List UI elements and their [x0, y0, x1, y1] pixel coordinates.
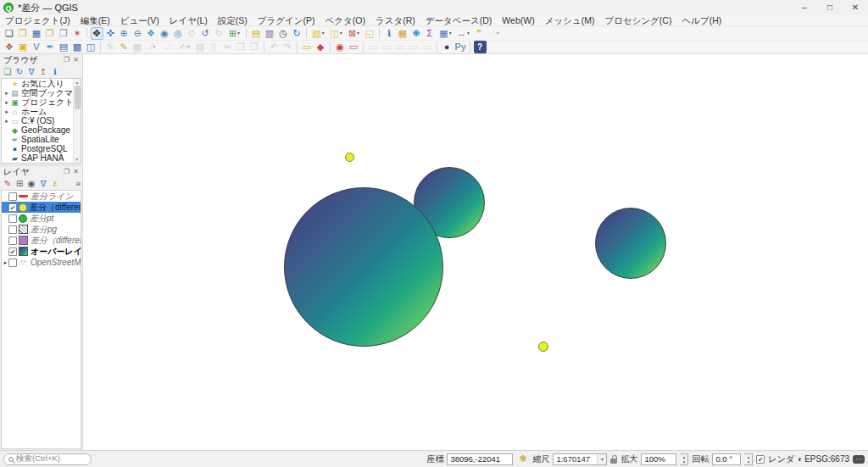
- refresh-map-icon[interactable]: ↻: [291, 27, 303, 40]
- layer-row-pg[interactable]: 差分pg: [2, 224, 81, 235]
- select-by-form-icon[interactable]: ◫▾: [328, 27, 345, 40]
- layer-visibility-checkbox[interactable]: [8, 236, 17, 245]
- menu-raster[interactable]: ラスタ(R): [370, 15, 420, 26]
- layer-row-pt[interactable]: 差分pt: [2, 213, 81, 224]
- zoom-out-icon[interactable]: ⊖: [131, 27, 144, 40]
- add-spatialite-layer-icon[interactable]: ✒: [44, 41, 57, 53]
- zoom-next-icon[interactable]: ↻: [213, 27, 225, 40]
- layer-row-line[interactable]: 差分ライン: [2, 191, 81, 202]
- zoom-full-icon[interactable]: ❖: [145, 27, 158, 40]
- cut-features-icon[interactable]: ✂: [221, 41, 234, 53]
- open-layer-styling-icon[interactable]: ✎: [3, 178, 14, 189]
- save-layer-edits-icon[interactable]: ▦: [131, 41, 144, 53]
- style-manager-icon[interactable]: ✶: [71, 27, 84, 40]
- layer-visibility-checkbox[interactable]: [8, 225, 17, 234]
- browser-scrollbar[interactable]: ▲ ▼: [73, 79, 81, 163]
- browser-item-sap-hana[interactable]: ▰SAP HANA: [2, 153, 81, 163]
- browser-item-favorites[interactable]: ★お気に入り: [2, 79, 81, 88]
- menu-mesh[interactable]: メッシュ(M): [540, 15, 600, 26]
- rotation-input[interactable]: [712, 453, 741, 465]
- browser-item-geopackage[interactable]: ◆GeoPackage: [2, 125, 81, 135]
- layer-diagram-icon[interactable]: ◆: [314, 41, 327, 53]
- current-edits-icon[interactable]: ✎: [104, 41, 117, 53]
- browser-item-project-home[interactable]: ▸▣プロジェクトホーム: [2, 97, 81, 107]
- undo-icon[interactable]: ↶: [268, 41, 281, 53]
- spin-down-icon[interactable]: ▾: [744, 459, 752, 465]
- browser-item-drive-c[interactable]: ▸▭C:¥ (OS): [2, 116, 81, 125]
- crs-button[interactable]: ◐ EPSG:6673: [798, 454, 849, 464]
- browser-item-spatial-bookmarks[interactable]: ▸▤空間ブックマーク: [2, 88, 81, 97]
- new-print-layout-icon[interactable]: ❐: [44, 27, 57, 40]
- expander-icon[interactable]: ▸: [3, 108, 10, 115]
- float-panel-icon[interactable]: ❐: [62, 168, 71, 175]
- zoom-native-icon[interactable]: ⊙: [186, 27, 198, 40]
- rotation-spinner[interactable]: ▴▾: [744, 453, 753, 465]
- zoom-in-icon[interactable]: ⊕: [118, 27, 131, 40]
- render-checkbox[interactable]: ✔: [756, 455, 765, 464]
- attribute-table-icon[interactable]: ▦▾: [437, 27, 454, 40]
- browser-item-spatialite[interactable]: ✒SpatiaLite: [2, 135, 81, 144]
- zoom-to-selection-icon[interactable]: ◉: [159, 27, 171, 40]
- add-feature-icon[interactable]: ∴: [163, 41, 175, 53]
- highlight-pinned-labels-icon[interactable]: ▭: [348, 41, 360, 53]
- select-by-value-icon[interactable]: ◱: [364, 27, 376, 40]
- menu-view[interactable]: ビュー(V): [115, 15, 164, 26]
- deselect-features-icon[interactable]: ⊠▾: [346, 27, 363, 40]
- diagram-options-icon[interactable]: ▭: [421, 41, 434, 53]
- pin-labels-icon[interactable]: ◉: [334, 41, 347, 53]
- magnifier-spinner[interactable]: ▴▾: [680, 453, 688, 465]
- layer-visibility-checkbox[interactable]: [8, 259, 17, 267]
- menu-vector[interactable]: ベクタ(O): [320, 15, 370, 26]
- layer-row-openstreetmap[interactable]: ▸ ∵ OpenStreetMap: [2, 257, 81, 268]
- zoom-to-layer-icon[interactable]: ◎: [172, 27, 185, 40]
- scrollbar-thumb[interactable]: [75, 86, 81, 109]
- toolbar-overflow-icon[interactable]: »: [75, 179, 81, 188]
- menu-project[interactable]: プロジェクト(J): [0, 15, 75, 26]
- redo-icon[interactable]: ↷: [281, 41, 294, 53]
- expander-icon[interactable]: ▸: [3, 259, 8, 266]
- copy-features-icon[interactable]: ❐: [235, 41, 248, 53]
- spin-down-icon[interactable]: ▾: [680, 459, 687, 465]
- add-selected-layers-icon[interactable]: ❏: [3, 66, 14, 77]
- magnifier-input[interactable]: [641, 453, 676, 465]
- add-mesh-layer-icon[interactable]: ◫: [85, 41, 97, 53]
- filter-legend-icon[interactable]: ∇: [38, 178, 49, 189]
- vertex-tool-icon[interactable]: ✍▾: [176, 41, 193, 53]
- new-project-icon[interactable]: ❏: [3, 27, 16, 40]
- layer-labeling-icon[interactable]: ▭: [301, 41, 314, 53]
- float-panel-icon[interactable]: ❐: [62, 56, 71, 64]
- browser-item-home[interactable]: ▸⌂ホーム: [2, 107, 81, 116]
- maximize-button[interactable]: □: [817, 0, 843, 15]
- locator-search-input[interactable]: 検索(Ctrl+K): [3, 453, 92, 465]
- layer-visibility-checkbox[interactable]: ✔: [8, 203, 17, 212]
- layer-visibility-checkbox[interactable]: [8, 214, 17, 223]
- browser-item-postgresql[interactable]: ●PostgreSQL: [2, 144, 81, 153]
- browser-item-ms-sql[interactable]: ▰MS SQL Server: [2, 163, 81, 164]
- zoom-last-icon[interactable]: ↺: [199, 27, 212, 40]
- menu-database[interactable]: データベース(D): [420, 15, 498, 26]
- close-button[interactable]: ✕: [843, 0, 868, 15]
- layer-visibility-checkbox[interactable]: [8, 192, 17, 201]
- menu-web[interactable]: Web(W): [497, 15, 539, 26]
- processing-toolbox-icon[interactable]: ❋: [410, 27, 423, 40]
- scale-combo[interactable]: 1:670147 ▾: [553, 453, 607, 465]
- scroll-down-icon[interactable]: ▼: [75, 156, 80, 163]
- expander-icon[interactable]: ▸: [3, 90, 10, 97]
- add-raster-layer-icon[interactable]: ▩: [71, 41, 84, 53]
- add-group-icon[interactable]: ⊞: [14, 178, 25, 189]
- identify-features-icon[interactable]: ℹ: [383, 27, 396, 40]
- filter-browser-icon[interactable]: ∇: [26, 66, 37, 77]
- layer-row-difference-point[interactable]: ✔ 差分（difference: [2, 202, 81, 213]
- layout-manager-icon[interactable]: ❒: [58, 27, 70, 40]
- map-canvas[interactable]: [83, 54, 868, 450]
- pan-map-icon[interactable]: ✥: [91, 27, 103, 40]
- measure-icon[interactable]: ↔▾: [455, 27, 472, 40]
- refresh-browser-icon[interactable]: ↻: [14, 66, 25, 77]
- layer-row-difference-polygon[interactable]: 差分（difference）: [2, 235, 81, 246]
- layer-row-overlay-pg[interactable]: ✔ オーバーレイpg: [2, 246, 81, 257]
- help-contents-icon[interactable]: ?: [474, 41, 487, 53]
- properties-widget-icon[interactable]: ℹ: [50, 66, 61, 77]
- menu-processing[interactable]: プロセシング(C): [599, 15, 676, 26]
- close-panel-icon[interactable]: ✕: [71, 168, 81, 175]
- collapse-all-icon[interactable]: ↥: [38, 66, 49, 77]
